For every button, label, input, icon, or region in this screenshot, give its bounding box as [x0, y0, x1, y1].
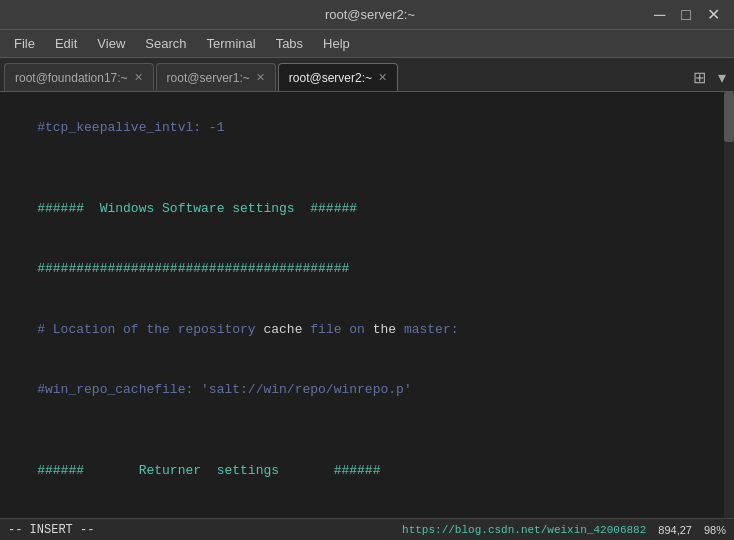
close-button[interactable]: ✕ [703, 7, 724, 23]
cursor-position: 894,27 [658, 524, 692, 536]
tab-dropdown-button[interactable]: ▾ [714, 68, 730, 87]
menu-bar: File Edit View Search Terminal Tabs Help [0, 30, 734, 58]
insert-mode-label: -- INSERT -- [8, 523, 94, 537]
line-blank-2 [6, 420, 728, 440]
tab-label-foundation17: root@foundation17:~ [15, 71, 128, 85]
tab-close-server2[interactable]: ✕ [378, 71, 387, 84]
line-win-repo: #win_repo_cachefile: 'salt://win/repo/wi… [6, 360, 728, 420]
line-win-separator: ######################################## [6, 239, 728, 299]
url-status: https://blog.csdn.net/weixin_42006882 [402, 524, 646, 536]
line-cache-comment: # Location of the repository cache file … [6, 299, 728, 359]
line-returner-header: ###### Returner settings ###### [6, 440, 728, 500]
tab-close-foundation17[interactable]: ✕ [134, 71, 143, 84]
menu-view[interactable]: View [89, 34, 133, 53]
tab-label-server2: root@server2:~ [289, 71, 372, 85]
terminal-content[interactable]: #tcp_keepalive_intvl: -1 ###### Windows … [0, 92, 734, 540]
tab-foundation17[interactable]: root@foundation17:~ ✕ [4, 63, 154, 91]
line-win-header: ###### Windows Software settings ###### [6, 179, 728, 239]
new-tab-button[interactable]: ⊞ [689, 68, 710, 87]
line-blank-1 [6, 158, 728, 178]
tab-server1[interactable]: root@server1:~ ✕ [156, 63, 276, 91]
tab-label-server1: root@server1:~ [167, 71, 250, 85]
tab-close-server1[interactable]: ✕ [256, 71, 265, 84]
menu-search[interactable]: Search [137, 34, 194, 53]
tab-server2[interactable]: root@server2:~ ✕ [278, 63, 398, 91]
menu-tabs[interactable]: Tabs [268, 34, 311, 53]
line-1: #tcp_keepalive_intvl: -1 [6, 98, 728, 158]
menu-terminal[interactable]: Terminal [199, 34, 264, 53]
menu-file[interactable]: File [6, 34, 43, 53]
title-bar: root@server2:~ ─ □ ✕ [0, 0, 734, 30]
tab-bar: root@foundation17:~ ✕ root@server1:~ ✕ r… [0, 58, 734, 92]
maximize-button[interactable]: □ [677, 7, 695, 23]
window-controls: ─ □ ✕ [650, 7, 724, 23]
scroll-percent: 98% [704, 524, 726, 536]
scrollbar-thumb[interactable] [724, 92, 734, 142]
scrollbar[interactable] [724, 92, 734, 540]
tab-actions: ⊞ ▾ [689, 68, 730, 91]
menu-edit[interactable]: Edit [47, 34, 85, 53]
status-bar: -- INSERT -- https://blog.csdn.net/weixi… [0, 518, 734, 540]
window-title: root@server2:~ [90, 7, 650, 22]
minimize-button[interactable]: ─ [650, 7, 669, 23]
menu-help[interactable]: Help [315, 34, 358, 53]
